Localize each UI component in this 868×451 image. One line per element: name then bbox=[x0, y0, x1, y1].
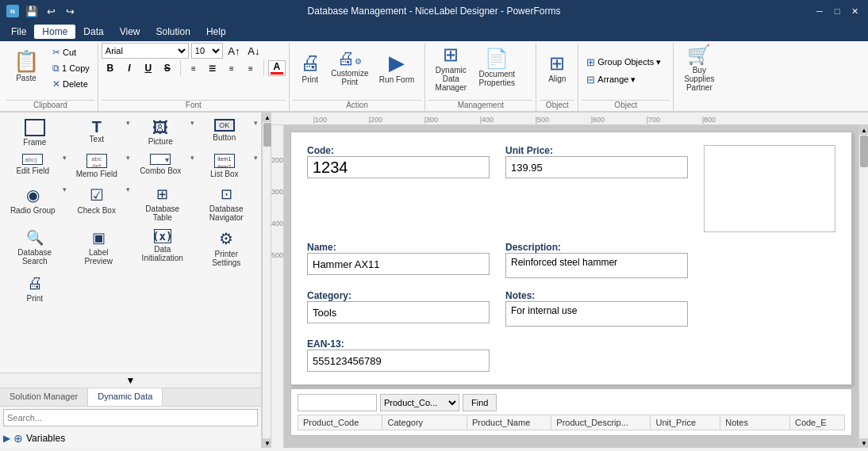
font-color-button[interactable]: A bbox=[268, 60, 286, 76]
memo-field-label: Memo Field bbox=[76, 170, 117, 178]
dynamic-data-button[interactable]: ⊞ Dynamic DataManager bbox=[428, 43, 473, 92]
form-row-4: EAN-13: bbox=[307, 338, 835, 372]
tool-frame[interactable]: Frame bbox=[3, 116, 67, 150]
redo-button[interactable]: ↪ bbox=[62, 3, 78, 19]
picture-icon: 🖼 bbox=[152, 119, 168, 137]
menu-data[interactable]: Data bbox=[75, 25, 111, 39]
variables-section[interactable]: ▶ ⊕ Variables bbox=[0, 429, 261, 448]
font-name-select[interactable]: Arial bbox=[102, 43, 189, 59]
restore-button[interactable]: □ bbox=[830, 4, 844, 18]
right-scroll-down[interactable]: ▼ bbox=[859, 438, 868, 448]
db-search-text-input[interactable] bbox=[298, 394, 377, 411]
db-search-combo[interactable]: Product_Co... bbox=[380, 394, 459, 411]
tab-solution-manager[interactable]: Solution Manager bbox=[0, 388, 88, 406]
menu-file[interactable]: File bbox=[3, 25, 34, 39]
button-label: Button bbox=[213, 133, 236, 142]
picture-dropdown[interactable]: ▾ bbox=[190, 116, 194, 150]
buy-supplies-button[interactable]: 🛒 BuySuppliesPartner bbox=[677, 43, 721, 92]
memofield-dropdown[interactable]: ▾ bbox=[126, 151, 130, 182]
paste-label: Paste bbox=[16, 74, 36, 82]
checkbox-dropdown[interactable]: ▾ bbox=[126, 182, 130, 225]
customize-print-button[interactable]: 🖨⚙ CustomizePrint bbox=[329, 43, 371, 92]
listbox-dropdown[interactable]: ▾ bbox=[254, 151, 258, 182]
delete-button[interactable]: ✕ Delete bbox=[48, 76, 94, 92]
tab-dynamic-data[interactable]: Dynamic Data bbox=[88, 388, 163, 406]
right-scroll-up[interactable]: ▲ bbox=[859, 125, 868, 135]
button-dropdown[interactable]: ▾ bbox=[254, 116, 258, 150]
tool-print[interactable]: 🖨 Print bbox=[3, 271, 67, 306]
bold-button[interactable]: B bbox=[102, 60, 119, 76]
menu-home[interactable]: Home bbox=[34, 25, 75, 39]
tool-combo-box[interactable]: ▾ Combo Box bbox=[131, 151, 190, 182]
close-button[interactable]: ✕ bbox=[847, 4, 862, 18]
italic-button[interactable]: I bbox=[121, 60, 138, 76]
save-button[interactable]: 💾 bbox=[24, 3, 40, 19]
underline-button[interactable]: U bbox=[140, 60, 157, 76]
menu-help[interactable]: Help bbox=[198, 25, 234, 39]
find-button[interactable]: Find bbox=[463, 394, 497, 411]
minimize-button[interactable]: ─ bbox=[812, 4, 827, 18]
justify-button[interactable]: ≡ bbox=[242, 60, 259, 76]
copy-button[interactable]: ⧉ 1 Copy bbox=[48, 60, 94, 76]
paste-button[interactable]: 📋 Paste bbox=[6, 43, 46, 89]
tool-edit-field[interactable]: abc| Edit Field bbox=[3, 151, 63, 182]
tool-button[interactable]: OK Button bbox=[195, 116, 255, 150]
editfield-dropdown[interactable]: ▾ bbox=[63, 151, 67, 182]
tool-label-preview[interactable]: ▣ LabelPreview bbox=[67, 226, 131, 270]
search-input[interactable] bbox=[3, 409, 258, 426]
col-category: Category bbox=[382, 415, 467, 430]
cut-icon: ✂ bbox=[52, 47, 60, 58]
align-right-button[interactable]: ≡ bbox=[223, 60, 240, 76]
right-scroll-thumb[interactable] bbox=[860, 136, 868, 167]
code-input[interactable] bbox=[307, 156, 490, 178]
combobox-dropdown[interactable]: ▾ bbox=[190, 151, 194, 182]
title-bar-left: N 💾 ↩ ↪ bbox=[6, 3, 78, 19]
description-input[interactable]: Reinforced steel hammer bbox=[505, 253, 688, 278]
notes-input[interactable]: For internal use bbox=[505, 301, 688, 327]
document-props-button[interactable]: 📄 DocumentProperties bbox=[474, 43, 519, 92]
arrange-button[interactable]: ⊟ Arrange ▾ bbox=[582, 71, 640, 87]
print-button[interactable]: 🖨 Print bbox=[293, 43, 328, 92]
scroll-thumb[interactable] bbox=[263, 123, 271, 147]
radiogroup-dropdown[interactable]: ▾ bbox=[63, 182, 67, 225]
tool-text[interactable]: T Text bbox=[67, 116, 127, 150]
font-grow-button[interactable]: A↑ bbox=[225, 43, 243, 59]
tool-picture[interactable]: 🖼 Picture bbox=[131, 116, 190, 150]
right-scrollbar[interactable]: ▲ ▼ bbox=[858, 125, 868, 448]
name-input[interactable] bbox=[307, 253, 490, 275]
tool-data-init[interactable]: (x) DataInitialization bbox=[131, 226, 194, 270]
ean-input[interactable] bbox=[307, 350, 490, 372]
tool-radio-group[interactable]: ◉ Radio Group bbox=[3, 182, 63, 225]
align-button[interactable]: ⊞ Align bbox=[540, 43, 574, 92]
left-scrollbar[interactable]: ▲ ▼ bbox=[262, 113, 271, 448]
align-center-button[interactable]: ☰ bbox=[204, 60, 221, 76]
tool-database-table[interactable]: ⊞ DatabaseTable bbox=[131, 182, 194, 225]
tool-database-search[interactable]: 🔍 DatabaseSearch bbox=[3, 226, 67, 270]
text-dropdown[interactable]: ▾ bbox=[126, 116, 130, 150]
font-shrink-button[interactable]: A↓ bbox=[245, 43, 263, 59]
tool-printer-settings[interactable]: ⚙ PrinterSettings bbox=[195, 226, 259, 270]
tool-database-navigator[interactable]: ⊡ DatabaseNavigator bbox=[195, 182, 259, 225]
run-form-button[interactable]: ▶ Run Form bbox=[372, 43, 421, 92]
variables-icon: ⊕ bbox=[13, 432, 23, 445]
database-navigator-label: DatabaseNavigator bbox=[209, 204, 244, 222]
quick-access-toolbar: 💾 ↩ ↪ bbox=[24, 3, 78, 19]
unit-price-input[interactable] bbox=[505, 156, 688, 178]
toolbox-scroll-down[interactable]: ▼ bbox=[0, 373, 261, 388]
strikethrough-button[interactable]: S bbox=[159, 60, 176, 76]
customize-print-icon: 🖨⚙ bbox=[337, 48, 362, 69]
category-input[interactable] bbox=[307, 301, 490, 323]
group-objects-button[interactable]: ⊞ Group Objects ▾ bbox=[582, 54, 666, 70]
font-size-select[interactable]: 10 bbox=[191, 43, 223, 59]
menu-view[interactable]: View bbox=[112, 25, 148, 39]
ruler-vertical: 200 300 400 500 bbox=[271, 125, 284, 448]
customize-print-label: CustomizePrint bbox=[331, 69, 368, 86]
undo-button[interactable]: ↩ bbox=[43, 3, 59, 19]
tool-check-box[interactable]: ☑ Check Box bbox=[67, 182, 127, 225]
align-left-button[interactable]: ≡ bbox=[185, 60, 202, 76]
cut-button[interactable]: ✂ Cut bbox=[48, 44, 94, 60]
data-init-icon: (x) bbox=[154, 229, 171, 243]
menu-solution[interactable]: Solution bbox=[148, 25, 198, 39]
tool-list-box[interactable]: item1item2 List Box bbox=[195, 151, 255, 182]
tool-memo-field[interactable]: abcdef Memo Field bbox=[67, 151, 127, 182]
